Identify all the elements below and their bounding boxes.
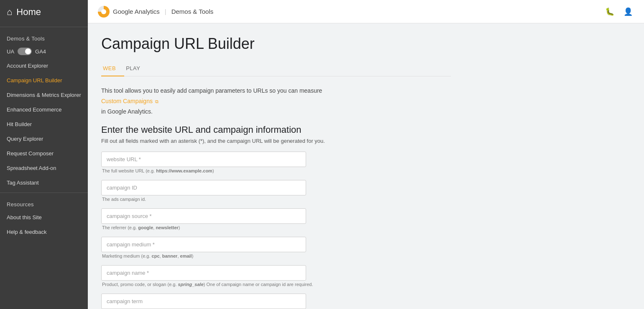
website-url-input[interactable] [101,152,306,167]
sidebar-item-query-explorer[interactable]: Query Explorer [0,132,88,146]
description-line2: Custom Campaigns ⧉ [101,97,451,106]
sidebar-item-enhanced-ecommerce[interactable]: Enhanced Ecommerce [0,102,88,117]
sidebar-item-spreadsheet-addon[interactable]: Spreadsheet Add-on [0,161,88,175]
home-nav-item[interactable]: ⌂ Home [0,0,88,24]
toggle-knob [25,48,31,54]
sidebar-item-account-explorer[interactable]: Account Explorer [0,58,88,73]
topbar-logo: Google Analytics | Demos & Tools [98,6,213,18]
campaign-source-hint: The referrer (e.g. google, newsletter) [101,225,451,230]
resources-divider [0,192,88,193]
main-content: Google Analytics | Demos & Tools 🐛 👤 Cam… [88,0,644,309]
demos-tools-section-label: Demos & Tools [0,30,88,44]
campaign-id-hint: The ads campaign id. [101,197,451,202]
content-area: Campaign URL Builder WEB PLAY This tool … [88,23,464,309]
campaign-name-hint: Product, promo code, or slogan (e.g. spr… [101,282,451,287]
home-icon: ⌂ [7,7,12,18]
ga4-label: GA4 [35,48,46,55]
campaign-medium-hint: Marketing medium (e.g. cpc, banner, emai… [101,253,451,258]
ua-label: UA [7,48,14,55]
page-title: Campaign URL Builder [101,35,451,53]
campaign-source-group: The referrer (e.g. google, newsletter) [101,208,451,230]
sidebar-item-request-composer[interactable]: Request Composer [0,146,88,161]
external-link-icon: ⧉ [155,99,158,104]
campaign-name-group: Product, promo code, or slogan (e.g. spr… [101,265,451,287]
sidebar-item-hit-builder[interactable]: Hit Builder [0,117,88,132]
custom-campaigns-link[interactable]: Custom Campaigns ⧉ [101,98,158,104]
campaign-medium-input[interactable] [101,237,306,252]
tabs: WEB PLAY [101,61,451,76]
tab-web[interactable]: WEB [101,61,124,76]
website-url-hint: The full website URL (e.g. https://www.e… [101,168,451,173]
topbar-subtitle: Demos & Tools [171,8,214,15]
ua-ga4-toggle-row: UA GA4 [0,44,88,58]
home-label: Home [16,7,41,18]
section-heading: Enter the website URL and campaign infor… [101,124,451,135]
sidebar-item-campaign-url-builder[interactable]: Campaign URL Builder [0,73,88,88]
ga-logo-icon [98,6,110,18]
ua-ga4-toggle[interactable] [18,48,32,55]
campaign-id-input[interactable] [101,180,306,195]
divider [0,27,88,27]
topbar-divider: | [165,8,166,15]
topbar-logo-text: Google Analytics [113,8,160,15]
sidebar-item-tag-assistant[interactable]: Tag Assistant [0,175,88,190]
sidebar-item-dimensions-metrics[interactable]: Dimensions & Metrics Explorer [0,88,88,102]
campaign-name-input[interactable] [101,265,306,281]
user-icon[interactable]: 👤 [622,6,634,18]
campaign-term-input[interactable] [101,294,306,309]
section-subtext: Fill out all fields marked with an aster… [101,138,451,144]
tab-play[interactable]: PLAY [124,61,148,76]
campaign-source-input[interactable] [101,208,306,224]
bug-icon[interactable]: 🐛 [604,6,616,18]
topbar-icons: 🐛 👤 [604,6,634,18]
description-line1: This tool allows you to easily add campa… [101,86,451,95]
resources-section-label: Resources [0,195,88,210]
topbar: Google Analytics | Demos & Tools 🐛 👤 [88,0,644,23]
campaign-term-group: Identify the paid keywords [101,294,451,309]
sidebar: ⌂ Home Demos & Tools UA GA4 Account Expl… [0,0,88,309]
sidebar-item-about[interactable]: About this Site [0,210,88,225]
campaign-medium-group: Marketing medium (e.g. cpc, banner, emai… [101,237,451,258]
website-url-group: The full website URL (e.g. https://www.e… [101,152,451,173]
campaign-id-group: The ads campaign id. [101,180,451,202]
description-line3: in Google Analytics. [101,107,451,116]
sidebar-item-help[interactable]: Help & feedback [0,225,88,239]
